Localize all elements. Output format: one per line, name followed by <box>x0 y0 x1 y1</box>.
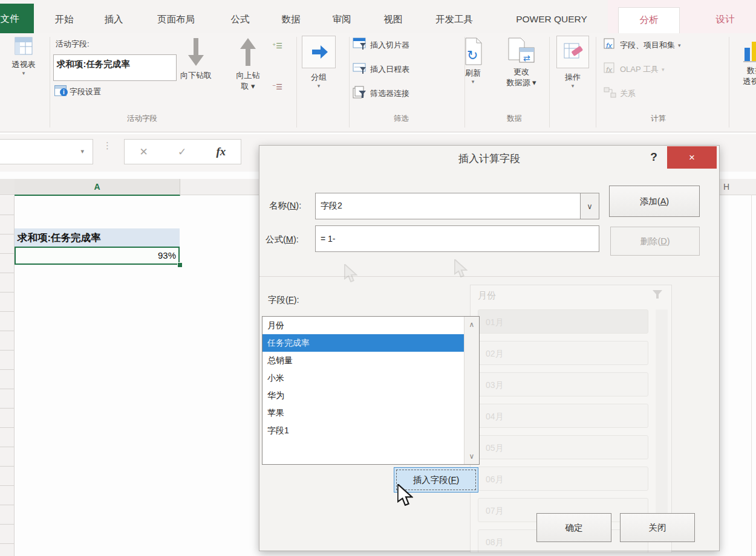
fields-label: 字段(F): <box>268 294 299 306</box>
insert-calculated-field-dialog: 插入计算字段 ? × 月份 01月 02月 03月 04月 05月 06月 07… <box>259 145 720 551</box>
formula-input[interactable]: = 1- <box>315 225 599 252</box>
active-field-group-label: 活动字段 <box>127 114 157 124</box>
column-header-h[interactable]: H <box>721 179 754 195</box>
listbox-scrollbar[interactable]: ∧ ∨ <box>464 317 479 464</box>
close-button[interactable]: 关闭 <box>620 513 695 542</box>
drill-down-button[interactable]: 向下钻取 <box>168 37 224 81</box>
slicer-filter-icon <box>652 289 663 302</box>
ghost-slicer-item: 02月 <box>478 341 648 365</box>
refresh-icon: ↻ <box>462 37 484 66</box>
tab-power-query[interactable]: POWER QUERY <box>497 7 606 33</box>
row-header-strip[interactable] <box>0 196 15 556</box>
insert-timeline-icon <box>353 62 367 77</box>
field-settings-button[interactable]: i 字段设置 <box>54 85 101 99</box>
field-list-item[interactable]: 字段1 <box>262 422 479 439</box>
insert-timeline-button[interactable]: 插入日程表 <box>353 62 409 77</box>
expand-field-button[interactable]: ⁺☰ <box>272 42 287 55</box>
formula-bar-divider: ⋮ <box>103 140 112 151</box>
drill-up-arrow-icon <box>239 61 257 70</box>
formula-label: 公式(M): <box>266 234 299 245</box>
name-label: 名称(N): <box>269 200 301 212</box>
tab-formulas[interactable]: 公式 <box>221 7 259 33</box>
gridline <box>751 195 752 556</box>
filter-connections-icon <box>353 86 367 102</box>
filter-group-label: 筛选 <box>394 114 409 124</box>
olap-tools-button[interactable]: fx OLAP 工具 ▾ <box>604 62 665 77</box>
field-list-item[interactable]: 小米 <box>262 369 479 387</box>
ghost-slicer-item: 06月 <box>478 467 648 491</box>
scroll-up-icon[interactable]: ∧ <box>464 320 479 329</box>
tab-view[interactable]: 视图 <box>374 7 412 33</box>
filter-connections-button[interactable]: 筛选器连接 <box>353 86 409 101</box>
active-field-caption: 活动字段: <box>56 39 90 50</box>
refresh-caret: ▾ <box>457 79 489 85</box>
actions-button[interactable]: 操作 ▾ <box>555 36 590 89</box>
fields-items-sets-button[interactable]: fx 字段、项目和集 ▾ <box>604 38 681 53</box>
group-caret: ▾ <box>300 83 337 89</box>
name-box[interactable]: ▾ <box>0 139 93 164</box>
pivot-value-cell[interactable]: 93% <box>15 247 180 265</box>
insert-field-button[interactable]: 插入字段(F) <box>394 467 478 493</box>
ghost-slicer-item: 04月 <box>478 404 648 428</box>
enter-entry-icon[interactable]: ✓ <box>178 146 186 158</box>
ghost-slicer-title: 月份 <box>478 290 496 302</box>
relationships-button[interactable]: 关系 <box>604 86 636 101</box>
delete-button[interactable]: 删除(D) <box>610 227 700 256</box>
field-list-item[interactable]: 月份 <box>262 317 479 334</box>
formula-controls: ✕ ✓ fx <box>124 139 241 164</box>
field-list-item[interactable]: 总销量 <box>262 352 479 369</box>
pivottable-button[interactable]: 透视表 ▾ <box>0 36 47 76</box>
pivotchart-button[interactable]: 数据 透视图 <box>734 37 756 87</box>
ok-button[interactable]: 确定 <box>536 513 611 542</box>
column-header-a[interactable]: A <box>15 179 180 196</box>
combobox-dropdown-icon[interactable]: ∨ <box>580 193 599 219</box>
tab-analyze[interactable]: 分析 <box>618 7 680 34</box>
svg-text:⇄: ⇄ <box>523 53 530 63</box>
tab-review[interactable]: 审阅 <box>323 7 360 33</box>
name-box-caret-icon[interactable]: ▾ <box>80 147 84 155</box>
field-list-item[interactable]: 华为 <box>262 387 479 404</box>
cancel-entry-icon[interactable]: ✕ <box>140 146 148 158</box>
svg-text:↻: ↻ <box>467 48 478 63</box>
drill-up-button[interactable]: 向上钻 取 ▾ <box>225 37 271 92</box>
field-list-item-selected[interactable]: 任务完成率 <box>262 334 479 352</box>
tab-insert[interactable]: 插入 <box>95 7 132 33</box>
tab-page-layout[interactable]: 页面布局 <box>145 7 207 33</box>
add-button[interactable]: 添加(A) <box>609 186 700 217</box>
refresh-button[interactable]: ↻ 刷新 ▾ <box>457 37 489 85</box>
name-combobox[interactable]: 字段2 ∨ <box>315 193 599 219</box>
fields-listbox[interactable]: 月份 任务完成率 总销量 小米 华为 苹果 字段1 ∧ ∨ <box>262 316 480 465</box>
dialog-separator <box>259 276 719 277</box>
field-list-item[interactable]: 苹果 <box>262 404 479 422</box>
insert-slicer-icon <box>353 37 367 53</box>
excel-window: 文件 开始 插入 页面布局 公式 数据 审阅 视图 开发工具 POWER QUE… <box>0 0 756 556</box>
dialog-help-button[interactable]: ? <box>647 150 661 166</box>
fill-handle[interactable] <box>177 262 183 268</box>
relationships-icon <box>604 86 617 101</box>
field-settings-icon: i <box>54 85 67 99</box>
insert-function-icon[interactable]: fx <box>217 145 226 158</box>
group-button[interactable]: 分组 ▾ <box>300 36 337 89</box>
ghost-slicer-item: 05月 <box>478 435 648 459</box>
active-field-value-box[interactable]: 求和项:任务完成率 <box>53 54 177 81</box>
change-data-source-icon: ⇄ <box>506 57 536 66</box>
collapse-field-button[interactable]: ⁻☰ <box>272 83 287 96</box>
pivot-header-cell[interactable]: 求和项:任务完成率 <box>15 228 180 247</box>
tab-developer[interactable]: 开发工具 <box>422 7 486 33</box>
pivottable-icon <box>13 49 34 58</box>
name-combobox-value: 字段2 <box>321 201 342 212</box>
select-all-corner[interactable] <box>0 179 15 195</box>
change-data-source-button[interactable]: ⇄ 更改 数据源 ▾ <box>496 37 547 88</box>
tab-file[interactable]: 文件 <box>0 4 34 33</box>
olap-tools-icon: fx <box>604 62 617 77</box>
tab-data[interactable]: 数据 <box>272 7 310 33</box>
ribbon: 透视表 ▾ 活动字段: 求和项:任务完成率 i 字段设置 向下钻取 向上钻 取 … <box>0 33 756 132</box>
actions-icon <box>556 36 589 68</box>
insert-slicer-button[interactable]: 插入切片器 <box>353 38 409 53</box>
scroll-down-icon[interactable]: ∨ <box>464 452 479 461</box>
svg-text:fx: fx <box>606 65 613 74</box>
dialog-close-icon[interactable]: × <box>667 146 717 169</box>
actions-caret: ▾ <box>555 83 590 89</box>
tab-home[interactable]: 开始 <box>45 7 83 33</box>
tab-design[interactable]: 设计 <box>694 7 756 33</box>
